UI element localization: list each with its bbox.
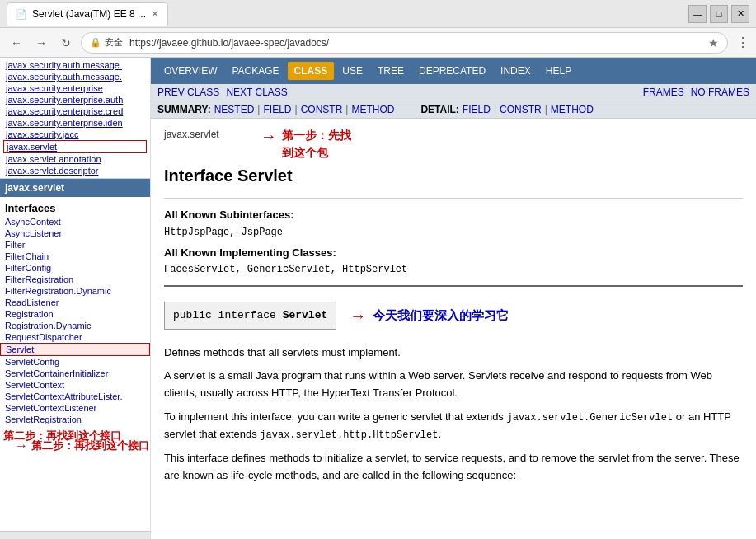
description-3-class1: javax.servlet.GenericServlet [506,412,673,424]
top-nav-bar: OVERVIEW PACKAGE CLASS USE TREE DEPRECAT… [151,58,756,84]
summary-method[interactable]: METHOD [351,104,394,115]
main-container: javax.security.auth.message. javax.secur… [0,58,756,539]
detail-label: DETAIL: [420,104,458,115]
sidebar-link-servletcontext[interactable]: ServletContext [0,379,150,391]
next-class-link[interactable]: NEXT CLASS [226,87,287,98]
sidebar-link-filterconfig[interactable]: FilterConfig [0,262,150,274]
divider-top [164,198,743,199]
detail-field[interactable]: FIELD [463,104,491,115]
known-subinterfaces-block: All Known Subinterfaces: HttpJspPage, Js… [164,207,743,240]
tab-close-button[interactable]: ✕ [151,8,159,20]
sidebar-link-filterregistration[interactable]: FilterRegistration [0,274,150,285]
nav-class[interactable]: CLASS [288,62,335,80]
description-3: To implement this interface, you can wri… [164,409,743,443]
sidebar-link-servlet[interactable]: Servlet [0,343,150,356]
doc-content: javax.servlet → 第一步：先找 到这个包 Interface Se… [151,119,756,499]
frames-link[interactable]: FRAMES [643,87,684,98]
nav-deprecated[interactable]: DEPRECATED [412,62,492,80]
description-3-class2: javax.servlet.http.HttpServlet [260,429,438,441]
sidebar-link-registration[interactable]: Registration [0,308,150,320]
package-row: javax.servlet → 第一步：先找 到这个包 [164,127,743,162]
divider-mid [164,285,743,287]
back-button[interactable]: ← [7,33,26,53]
nav-package[interactable]: PACKAGE [225,62,285,80]
step1-arrow: → [261,124,277,148]
pkg-item-security-enterprise-iden[interactable]: javax.security.enterprise.iden [3,117,147,129]
sidebar-link-filterregistration-dynamic[interactable]: FilterRegistration.Dynamic [0,285,150,297]
interface-title: Interface Servlet [164,163,743,188]
description-2: A servlet is a small Java program that r… [164,368,743,402]
pkg-item-servlet[interactable]: javax.servlet [3,140,147,153]
summary-bar: SUMMARY: NESTED | FIELD | CONSTR | METHO… [151,101,756,119]
sidebar-link-servletconfig[interactable]: ServletConfig [0,356,150,368]
sidebar-package-header: javax.servlet [0,179,150,197]
step1-text-line2: 到这个包 [282,144,351,162]
close-button[interactable]: ✕ [731,5,749,23]
bookmark-icon[interactable]: ★ [708,36,719,49]
detail-constr[interactable]: CONSTR [500,104,542,115]
pkg-item-servlet-annotation[interactable]: javax.servlet.annotation [3,153,147,165]
forward-button[interactable]: → [31,33,51,53]
description-1: Defines methods that all servlets must i… [164,344,743,362]
pkg-item-security-enterprise-auth[interactable]: javax.security.enterprise.auth [3,94,147,105]
pkg-item-security-jacc[interactable]: javax.security.jacc [3,129,147,140]
browser-titlebar: 📄 Servlet (Java(TM) EE 8 ... ✕ — □ ✕ [0,0,756,28]
prev-class-link[interactable]: PREV CLASS [157,87,219,98]
sidebar-link-servletcontainerinitializer[interactable]: ServletContainerInitializer [0,368,150,379]
address-url: https://javaee.github.io/javaee-spec/jav… [129,37,329,49]
sidebar-link-asynclistener[interactable]: AsyncListener [0,227,150,239]
sidebar-link-asynccontext[interactable]: AsyncContext [0,216,150,227]
detail-method[interactable]: METHOD [551,104,594,115]
step3-annotation: → 今天我们要深入的学习它 [350,303,509,328]
sidebar-link-readlistener[interactable]: ReadListener [0,297,150,308]
sidebar-link-registration-dynamic[interactable]: Registration.Dynamic [0,320,150,331]
step1-text-line1: 第一步：先找 [282,127,351,144]
summary-label: SUMMARY: [157,104,211,115]
pkg-item-security-enterprise-cred[interactable]: javax.security.enterprise.cred [3,105,147,117]
pkg-item-security-enterprise[interactable]: javax.security.enterprise [3,82,147,94]
maximize-button[interactable]: □ [710,5,728,23]
sidebar-link-servletcontextattributelister[interactable]: ServletContextAttributeLister. [0,391,150,402]
address-bar[interactable]: 🔒 安全 https://javaee.github.io/javaee-spe… [81,32,728,54]
refresh-button[interactable]: ↻ [56,33,76,53]
known-subinterfaces-label: All Known Subinterfaces: [164,207,743,223]
sidebar-link-servletregistration[interactable]: ServletRegistration [0,414,150,425]
content-area[interactable]: OVERVIEW PACKAGE CLASS USE TREE DEPRECAT… [151,58,756,539]
tab-title: Servlet (Java(TM) EE 8 ... [32,8,146,20]
code-block-row: public interface Servlet → 今天我们要深入的学习它 [164,295,743,336]
sidebar-scroll[interactable]: javax.security.auth.message. javax.secur… [0,58,150,531]
nav-tree[interactable]: TREE [371,62,411,80]
nav-help[interactable]: HELP [539,62,578,80]
summary-constr[interactable]: CONSTR [301,104,343,115]
sidebar-link-servletcontextlistener[interactable]: ServletContextListener [0,402,150,414]
nav-index[interactable]: INDEX [494,62,538,80]
sidebar-scrollbar-h[interactable] [0,531,150,539]
summary-nested[interactable]: NESTED [214,104,255,115]
package-name: javax.servlet [164,127,219,142]
sidebar-link-filterchain[interactable]: FilterChain [0,251,150,262]
menu-button[interactable]: ⋮ [736,35,749,50]
pkg-item-security-auth-message2[interactable]: javax.security.auth.message. [3,71,147,82]
code-block: public interface Servlet [164,302,336,330]
package-list: javax.security.auth.message. javax.secur… [0,58,150,179]
pkg-item-security-auth-message1[interactable]: javax.security.auth.message. [3,59,147,71]
sub-nav: PREV CLASS NEXT CLASS FRAMES NO FRAMES [151,84,756,101]
known-implementing: FacesServlet, GenericServlet, HttpServle… [164,262,743,277]
known-implementing-block: All Known Implementing Classes: FacesSer… [164,245,743,278]
sidebar-link-filter[interactable]: Filter [0,239,150,251]
minimize-button[interactable]: — [688,5,707,23]
sidebar: javax.security.auth.message. javax.secur… [0,58,151,539]
summary-field[interactable]: FIELD [263,104,291,115]
step3-text: 今天我们要深入的学习它 [373,307,509,326]
browser-controls: ← → ↻ 🔒 安全 https://javaee.github.io/java… [0,28,756,58]
nav-overview[interactable]: OVERVIEW [157,62,223,80]
interface-list: AsyncContext AsyncListener Filter Filter… [0,216,150,425]
known-subinterfaces: HttpJspPage, JspPage [164,225,743,240]
step3-arrow: → [350,303,366,328]
lock-icon: 🔒 [90,37,101,48]
nav-use[interactable]: USE [336,62,369,80]
sidebar-link-requestdispatcher[interactable]: RequestDispatcher [0,331,150,343]
browser-tab[interactable]: 📄 Servlet (Java(TM) EE 8 ... ✕ [7,2,168,26]
no-frames-link[interactable]: NO FRAMES [691,87,749,98]
pkg-item-servlet-descriptor[interactable]: javax.servlet.descriptor [3,165,147,176]
